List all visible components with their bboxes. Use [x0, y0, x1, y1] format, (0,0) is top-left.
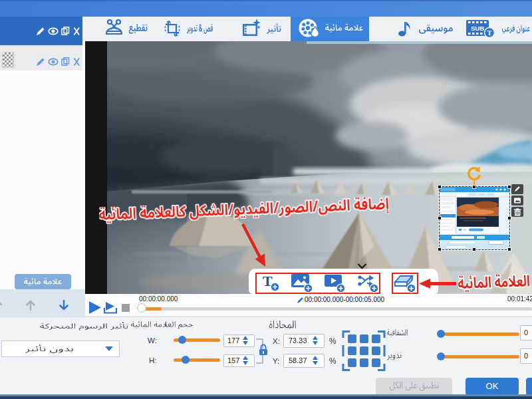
svg-text:T: T: [487, 29, 492, 37]
svg-text:SUB: SUB: [471, 25, 484, 32]
